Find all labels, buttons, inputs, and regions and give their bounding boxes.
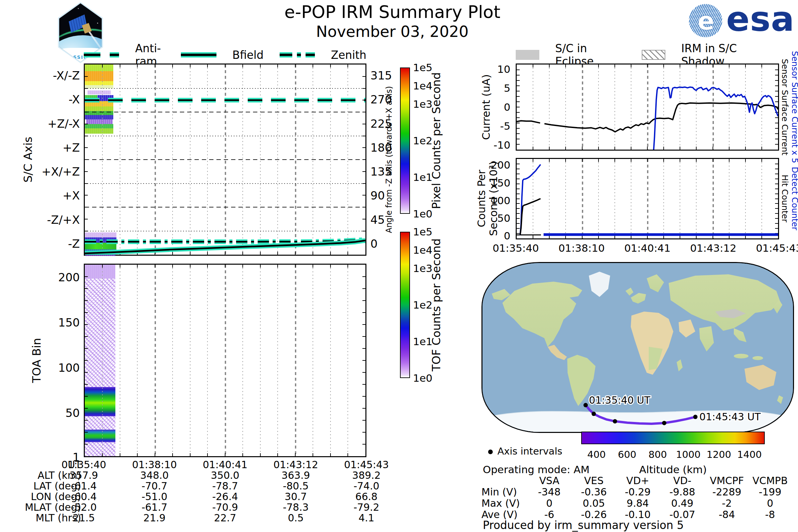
zenith-line-sample bbox=[280, 52, 315, 58]
sc-axis-ytick-7: -Z bbox=[36, 238, 80, 250]
axis-tick bbox=[260, 453, 261, 456]
axis-tick bbox=[242, 265, 243, 268]
sc-axis-ytick-5: +X bbox=[36, 190, 80, 202]
ground-track-map: 01:35:40 UT01:45:43 UT bbox=[481, 262, 794, 433]
axis-tick bbox=[85, 396, 88, 397]
voltage-column-vd-: VD+ bbox=[614, 475, 661, 487]
sc-axis-ytick-1: -X bbox=[36, 93, 80, 106]
eclipse-swatch bbox=[516, 50, 539, 60]
pixel-colorbar-title: Pixel Counts per Second bbox=[430, 72, 443, 209]
axis-tick bbox=[85, 300, 88, 301]
pixel-colorbar bbox=[400, 68, 410, 214]
eclipse-legend: S/C in Eclipse IRM in S/C Shadow bbox=[516, 48, 779, 62]
world-map: 01:35:40 UT01:45:43 UT bbox=[482, 263, 793, 432]
gridline-vertical bbox=[260, 265, 261, 456]
toa-noise-speckle bbox=[85, 265, 115, 456]
voltage-row-label-1: Max (V) bbox=[481, 497, 525, 509]
ephemeris-value: 01:38:10 bbox=[125, 459, 185, 471]
ephemeris-value: 22.7 bbox=[195, 512, 255, 524]
gridline-vertical bbox=[190, 265, 191, 456]
gridline-vertical bbox=[155, 265, 156, 456]
axis-tick bbox=[85, 324, 88, 325]
current-plot bbox=[516, 63, 779, 151]
ephemeris-value: 348.0 bbox=[125, 470, 185, 481]
axis-tick bbox=[362, 396, 365, 397]
voltage-row-label-0: Min (V) bbox=[481, 486, 525, 498]
axis-tick bbox=[120, 265, 120, 268]
esa-logo: e esa bbox=[689, 3, 795, 40]
axis-tick bbox=[362, 348, 365, 349]
counts-ytick-3: 50 bbox=[471, 212, 510, 224]
axis-tick bbox=[85, 384, 88, 385]
tof-cb-tick-5: 1e0 bbox=[413, 372, 443, 384]
voltage-value: -0.29 bbox=[614, 486, 661, 498]
gridline-vertical bbox=[137, 265, 138, 456]
toa-ytick-3: 50 bbox=[36, 407, 80, 419]
voltage-column-vd-: VD- bbox=[659, 475, 706, 487]
axis-tick bbox=[362, 276, 365, 277]
axis-tick bbox=[102, 453, 103, 456]
axis-tick bbox=[295, 453, 296, 456]
gridline-vertical bbox=[312, 265, 313, 456]
ephemeris-value: 389.2 bbox=[337, 470, 396, 481]
time-tick-4: 01:45:43 bbox=[749, 242, 798, 254]
angle-ytick-0: 315 bbox=[370, 70, 400, 81]
axis-tick bbox=[190, 453, 191, 456]
current-ytick-0: 10 bbox=[471, 63, 510, 75]
ephemeris-value: -78.3 bbox=[266, 501, 326, 513]
tof-cb-tick-0: 1e5 bbox=[413, 226, 443, 238]
ephemeris-value: -60.4 bbox=[54, 491, 114, 502]
current-ytick-labels: 1050-5-10 bbox=[471, 63, 510, 151]
axis-tick bbox=[137, 265, 138, 268]
axis-tick bbox=[85, 348, 88, 349]
axis-tick bbox=[362, 336, 365, 337]
axis-tick bbox=[330, 453, 331, 456]
axis-tick bbox=[190, 265, 191, 268]
time-axis-labels: 01:35:4001:38:1001:40:4101:43:1201:45:43 bbox=[516, 242, 779, 255]
axis-tick bbox=[207, 453, 208, 456]
series-sensor-surface-current bbox=[517, 121, 540, 123]
esa-globe-icon: e bbox=[689, 4, 722, 37]
axis-tick bbox=[362, 312, 365, 313]
sc-axis-right-ylabel: Angle from -Z axis (towards +X axis) bbox=[384, 86, 394, 233]
axis-tick bbox=[85, 408, 88, 408]
counts-lines bbox=[517, 159, 778, 239]
current-ytick-2: 0 bbox=[471, 101, 510, 113]
voltage-value: -2289 bbox=[704, 486, 750, 498]
axis-tick bbox=[85, 312, 88, 313]
track-end-label: 01:45:43 UT bbox=[699, 411, 761, 423]
ephemeris-value: 0.5 bbox=[266, 512, 326, 524]
toa-ytick-2: 100 bbox=[36, 362, 80, 374]
time-tick-2: 01:40:41 bbox=[618, 242, 677, 254]
gridline-vertical bbox=[172, 265, 173, 456]
bfield-line-sample bbox=[181, 52, 216, 58]
voltage-column-vmcpf: VMCPF bbox=[704, 475, 750, 487]
toa-ytick-0: 200 bbox=[36, 271, 80, 283]
toa-band-green-lower bbox=[85, 430, 115, 442]
axis-tick bbox=[120, 453, 120, 456]
sc-axis-ytick-0: -X/-Z bbox=[36, 70, 80, 81]
sc-axis-ytick-2: +Z/-X bbox=[36, 118, 80, 130]
counts-right-label-blue: Detect Counter bbox=[790, 167, 798, 230]
epop-irm-summary-plot: CASSIOPE e-POP IRM Summary Plot November… bbox=[0, 0, 798, 532]
axis-interval-dot-1 bbox=[591, 412, 596, 416]
current-ytick-1: 5 bbox=[471, 82, 510, 94]
ephemeris-value: 01:45:43 bbox=[337, 459, 396, 471]
voltage-value: -199 bbox=[747, 486, 793, 498]
voltage-value: -0.36 bbox=[571, 486, 617, 498]
counts-ytick-4: 0 bbox=[471, 230, 510, 242]
series-sensor-surface-current bbox=[544, 103, 778, 132]
toa-band-green-main bbox=[85, 387, 115, 416]
axis-tick bbox=[85, 432, 88, 433]
gridline-vertical bbox=[120, 265, 120, 456]
voltage-value: -348 bbox=[526, 486, 573, 498]
voltage-value: 0 bbox=[526, 497, 573, 509]
counts-ytick-labels: 200150100500 bbox=[471, 158, 510, 240]
track-start-label: 01:35:40 UT bbox=[589, 394, 650, 406]
axis-tick bbox=[260, 265, 261, 268]
toa-bin-plot bbox=[84, 264, 366, 457]
axis-tick bbox=[225, 265, 225, 268]
current-lines bbox=[517, 64, 778, 150]
ephemeris-value: 357.9 bbox=[54, 470, 114, 481]
counts-ytick-2: 100 bbox=[471, 194, 510, 207]
